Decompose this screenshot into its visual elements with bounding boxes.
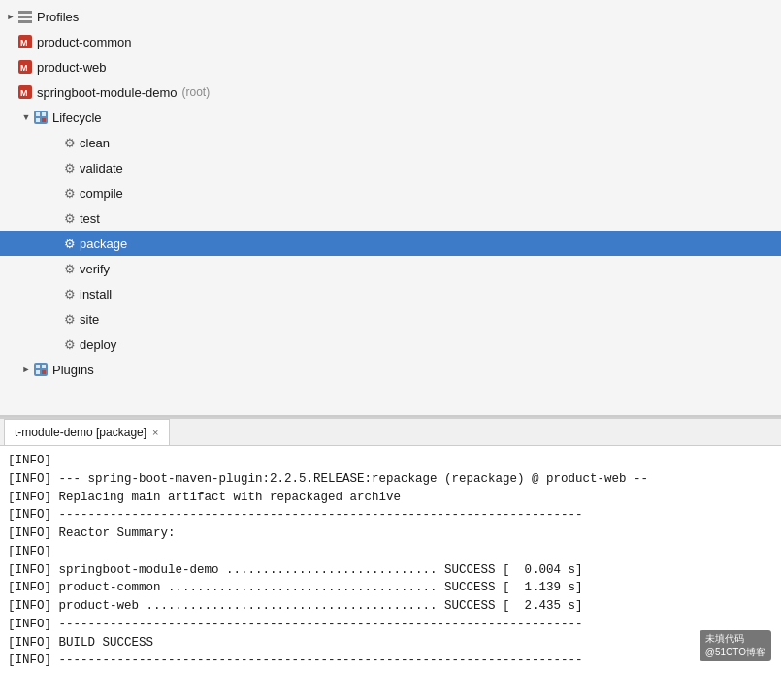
- tree-chevron: ▼: [19, 112, 33, 122]
- tree-item-label: compile: [80, 186, 123, 201]
- svg-rect-1: [18, 16, 32, 18]
- console-tab[interactable]: t-module-demo [package] ×: [4, 419, 170, 445]
- svg-rect-10: [36, 112, 40, 116]
- gear-icon: ⚙: [64, 312, 76, 327]
- tree-item-label: product-web: [37, 60, 107, 75]
- gear-icon: ⚙: [64, 136, 76, 150]
- tree-item-label: product-common: [37, 35, 132, 49]
- gear-icon: ⚙: [64, 237, 76, 251]
- tree-item-deploy[interactable]: ⚙deploy: [0, 332, 781, 357]
- svg-rect-17: [36, 370, 40, 374]
- tree-item-label: Lifecycle: [52, 111, 102, 125]
- tree-item-label: test: [80, 211, 100, 226]
- tree-item-verify[interactable]: ⚙verify: [0, 256, 781, 281]
- tree-container: ► Profiles M product-common M product-we…: [0, 0, 781, 386]
- tree-item-validate[interactable]: ⚙validate: [0, 155, 781, 180]
- svg-rect-11: [42, 112, 46, 116]
- tree-item-compile[interactable]: ⚙compile: [0, 180, 781, 206]
- tree-item-install[interactable]: ⚙install: [0, 281, 781, 306]
- console-tab-close[interactable]: ×: [152, 427, 158, 438]
- console-line: [INFO] ---------------------------------…: [8, 616, 773, 634]
- svg-rect-12: [36, 118, 40, 122]
- tree-item-secondary-label: (root): [182, 85, 211, 99]
- tree-item-label: springboot-module-demo: [37, 85, 178, 100]
- tree-item-site[interactable]: ⚙site: [0, 306, 781, 332]
- maven-icon: M: [17, 34, 33, 49]
- svg-text:M: M: [20, 63, 28, 73]
- plugins-icon: [33, 362, 49, 377]
- tree-chevron: ►: [19, 365, 33, 374]
- console-line: [INFO] Replacing main artifact with repa…: [8, 489, 773, 507]
- console-content[interactable]: [INFO][INFO] --- spring-boot-maven-plugi…: [0, 446, 781, 700]
- console-line: [INFO] ---------------------------------…: [8, 652, 773, 670]
- tree-item-label: package: [80, 237, 127, 251]
- console-line: [INFO] product-common ..................…: [8, 579, 773, 597]
- svg-rect-2: [18, 20, 32, 23]
- tree-item-springboot-module-demo[interactable]: M springboot-module-demo(root): [0, 80, 781, 105]
- gear-icon: ⚙: [64, 337, 76, 352]
- tree-item-label: Plugins: [52, 363, 94, 377]
- svg-rect-0: [18, 11, 32, 14]
- maven-icon: M: [17, 59, 33, 75]
- tree-item-label: install: [80, 287, 112, 302]
- tree-item-plugins[interactable]: ► Plugins: [0, 357, 781, 382]
- console-line: [INFO] BUILD SUCCESS: [8, 634, 773, 652]
- tree-item-product-common[interactable]: M product-common: [0, 29, 781, 54]
- tree-item-package[interactable]: ⚙package: [0, 231, 781, 256]
- svg-rect-16: [42, 365, 46, 368]
- maven-tree-panel: ► Profiles M product-common M product-we…: [0, 0, 781, 417]
- tree-chevron: ►: [4, 12, 17, 21]
- tree-item-clean[interactable]: ⚙clean: [0, 130, 781, 155]
- maven-icon: M: [17, 84, 33, 100]
- tree-item-profiles[interactable]: ► Profiles: [0, 4, 781, 29]
- console-line: [INFO] --- spring-boot-maven-plugin:2.2.…: [8, 470, 773, 489]
- tree-item-label: verify: [80, 262, 110, 276]
- gear-icon: ⚙: [64, 161, 76, 175]
- console-line: [INFO] springboot-module-demo ..........…: [8, 561, 773, 580]
- svg-rect-18: [42, 370, 46, 374]
- console-tab-label: t-module-demo [package]: [15, 426, 146, 439]
- gear-icon: ⚙: [64, 186, 76, 201]
- lifecycle-icon: [33, 110, 49, 125]
- console-tab-bar: t-module-demo [package] ×: [0, 419, 781, 446]
- gear-icon: ⚙: [64, 262, 76, 276]
- tree-item-label: site: [80, 312, 99, 327]
- gear-icon: ⚙: [64, 287, 76, 302]
- console-panel: t-module-demo [package] × [INFO][INFO] -…: [0, 419, 781, 700]
- console-line: [INFO] ---------------------------------…: [8, 506, 773, 525]
- tree-item-label: validate: [80, 161, 123, 175]
- svg-text:M: M: [20, 38, 28, 48]
- svg-text:M: M: [20, 88, 28, 98]
- gear-icon: ⚙: [64, 211, 76, 226]
- svg-rect-15: [36, 365, 40, 368]
- tree-item-label: Profiles: [37, 10, 79, 24]
- console-line: [INFO] Reactor Summary:: [8, 525, 773, 543]
- tree-item-lifecycle[interactable]: ▼ Lifecycle: [0, 105, 781, 130]
- console-line: [INFO]: [8, 452, 773, 470]
- tree-item-test[interactable]: ⚙test: [0, 206, 781, 231]
- tree-item-product-web[interactable]: M product-web: [0, 54, 781, 80]
- profiles-icon: [17, 9, 33, 24]
- console-line: [INFO]: [8, 543, 773, 561]
- svg-rect-13: [42, 118, 46, 122]
- tree-item-label: clean: [80, 136, 110, 150]
- tree-item-label: deploy: [80, 337, 116, 352]
- console-line: [INFO] product-web .....................…: [8, 597, 773, 616]
